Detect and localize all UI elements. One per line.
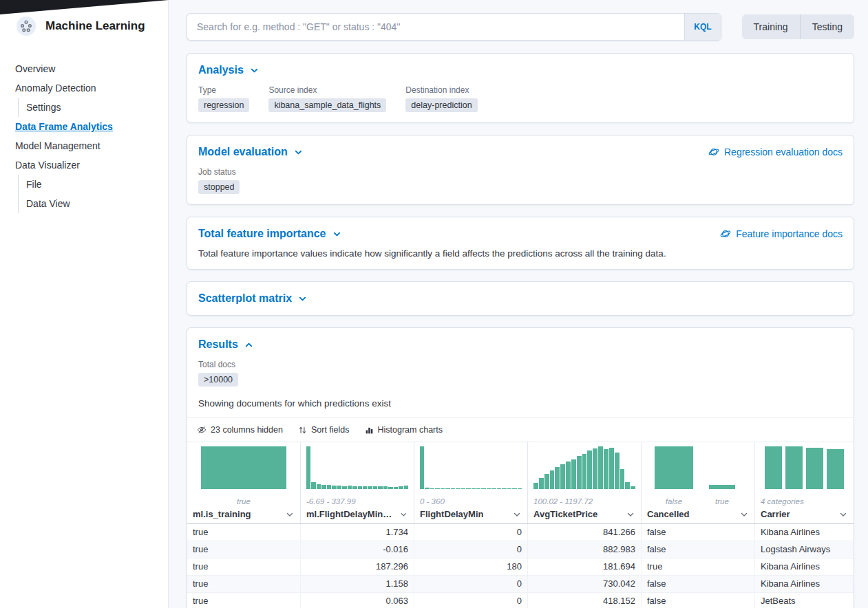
histogram-bar xyxy=(620,469,625,489)
column-name: Carrier xyxy=(761,509,790,519)
grid-cell[interactable]: -0.016 xyxy=(301,541,414,558)
grid-cell[interactable]: 0.063 xyxy=(301,593,414,608)
analysis-section-toggle[interactable]: Analysis xyxy=(198,64,260,76)
grid-body: true1.7340841.266falseKibana Airlinestru… xyxy=(187,524,854,608)
histogram-bar xyxy=(765,446,782,489)
column-actions-icon[interactable] xyxy=(626,510,635,519)
sidebar-item-data-visualizer[interactable]: Data Visualizer xyxy=(15,155,162,175)
histogram-bar xyxy=(518,488,522,489)
grid-cell[interactable]: true xyxy=(187,593,301,608)
column-name-row[interactable]: FlightDelayMin xyxy=(414,508,527,523)
column-name: AvgTicketPrice xyxy=(533,509,597,519)
grid-cell[interactable]: 0 xyxy=(414,576,528,592)
column-histogram xyxy=(301,442,414,489)
grid-cell[interactable]: true xyxy=(642,558,755,575)
histogram-bar xyxy=(321,485,326,489)
grid-cell[interactable]: 181.694 xyxy=(528,558,642,575)
grid-cell[interactable]: false xyxy=(642,576,755,592)
grid-cell[interactable]: 882.983 xyxy=(528,541,642,558)
grid-cell[interactable]: true xyxy=(187,576,301,592)
grid-cell[interactable]: false xyxy=(642,541,755,558)
histogram-range-label: true xyxy=(187,497,300,508)
column-name: ml.FlightDelayMin_pred xyxy=(306,509,396,519)
grid-cell[interactable]: Kibana Airlines xyxy=(755,524,854,541)
column-header-Carrier: 4 categoriesCarrier xyxy=(755,442,854,523)
analysis-panel: Analysis Type regression Source index ki… xyxy=(187,53,854,123)
histogram-slot xyxy=(650,446,698,489)
grid-cell[interactable]: false xyxy=(642,593,755,608)
column-name-row[interactable]: Carrier xyxy=(755,508,854,523)
grid-cell[interactable]: false xyxy=(642,524,755,541)
column-name-row[interactable]: ml.is_training xyxy=(187,508,300,523)
grid-cell[interactable]: 841.266 xyxy=(528,524,642,541)
histogram-bar xyxy=(337,486,341,489)
grid-cell[interactable]: 0 xyxy=(414,541,528,558)
sidebar-item-anomaly-detection[interactable]: Anomaly Detection xyxy=(15,78,162,98)
histogram-charts-button[interactable]: Histogram charts xyxy=(361,421,447,439)
grid-cell[interactable]: 187.296 xyxy=(301,558,414,575)
histogram-bar xyxy=(806,448,823,489)
column-name-row[interactable]: AvgTicketPrice xyxy=(528,508,641,523)
regression-evaluation-docs-link[interactable]: Regression evaluation docs xyxy=(708,146,843,158)
grid-cell[interactable]: 0 xyxy=(414,524,528,541)
search-input[interactable] xyxy=(187,14,684,40)
column-name-row[interactable]: Cancelled xyxy=(642,508,754,523)
histogram-bar xyxy=(827,449,844,489)
histogram-bar xyxy=(625,482,630,489)
sidebar-item-overview[interactable]: Overview xyxy=(15,59,162,78)
histogram-slot xyxy=(195,446,292,489)
grid-cell[interactable]: true xyxy=(187,558,301,575)
training-button[interactable]: Training xyxy=(742,14,800,39)
grid-cell[interactable]: JetBeats xyxy=(755,593,854,608)
sidebar-item-file[interactable]: File xyxy=(26,175,162,194)
feature-importance-section-toggle[interactable]: Total feature importance xyxy=(198,228,342,240)
sort-fields-button[interactable]: Sort fields xyxy=(294,421,354,439)
grid-cell[interactable]: 418.152 xyxy=(528,593,642,608)
column-actions-icon[interactable] xyxy=(285,510,295,519)
feature-importance-docs-link[interactable]: Feature importance docs xyxy=(720,228,843,239)
model-evaluation-section-toggle[interactable]: Model evaluation xyxy=(198,146,304,158)
scatterplot-section-toggle[interactable]: Scatterplot matrix xyxy=(198,292,308,305)
sidebar-item-settings[interactable]: Settings xyxy=(26,98,162,117)
histogram-bar xyxy=(615,453,620,489)
grid-cell[interactable]: Kibana Airlines xyxy=(755,558,854,575)
grid-cell[interactable]: 0 xyxy=(414,593,528,608)
grid-cell[interactable]: Logstash Airways xyxy=(755,541,854,558)
grid-cell[interactable]: true xyxy=(187,524,301,541)
columns-hidden-button[interactable]: 23 columns hidden xyxy=(193,421,287,439)
histogram-bar xyxy=(332,486,336,489)
job-status-badge: stopped xyxy=(198,180,240,194)
grid-cell[interactable]: true xyxy=(187,541,301,558)
model-evaluation-panel: Model evaluation Regression evaluation d… xyxy=(187,135,854,205)
sidebar-item-data-frame-analytics[interactable]: Data Frame Analytics xyxy=(15,117,162,136)
grid-cell[interactable]: 180 xyxy=(414,558,528,575)
histogram-bar xyxy=(491,488,496,489)
testing-button[interactable]: Testing xyxy=(800,14,854,39)
docs-link-label: Feature importance docs xyxy=(736,228,843,239)
results-section-toggle[interactable]: Results xyxy=(198,338,254,351)
sort-icon xyxy=(298,426,307,435)
histogram-bar xyxy=(512,488,516,489)
column-actions-icon[interactable] xyxy=(838,510,848,519)
column-actions-icon[interactable] xyxy=(512,510,522,519)
grid-cell[interactable]: 1.158 xyxy=(301,576,414,592)
search-bar: KQL xyxy=(187,13,721,41)
chevron-down-icon xyxy=(293,147,304,158)
results-panel: Results Total docs >10000 Showing docume… xyxy=(187,327,854,608)
histogram-bar xyxy=(378,486,382,489)
histogram-bar xyxy=(466,488,470,489)
grid-toolbar: 23 columns hidden Sort fields Histogram … xyxy=(187,417,854,442)
histogram-bar xyxy=(587,450,592,489)
analysis-fields: Type regression Source index kibana_samp… xyxy=(198,85,843,112)
sidebar-item-data-view[interactable]: Data View xyxy=(26,194,162,213)
grid-cell[interactable]: 1.734 xyxy=(301,524,414,541)
histogram-bar xyxy=(451,488,455,489)
kql-button[interactable]: KQL xyxy=(684,14,720,40)
column-actions-icon[interactable] xyxy=(739,510,749,519)
grid-cell[interactable]: Kibana Airlines xyxy=(755,576,854,592)
column-name-row[interactable]: ml.FlightDelayMin_pred xyxy=(301,508,414,523)
sidebar-item-model-management[interactable]: Model Management xyxy=(15,136,162,155)
table-row: true0.0630418.152falseJetBeats xyxy=(187,593,854,608)
grid-cell[interactable]: 730.042 xyxy=(528,576,642,592)
column-actions-icon[interactable] xyxy=(399,510,408,519)
